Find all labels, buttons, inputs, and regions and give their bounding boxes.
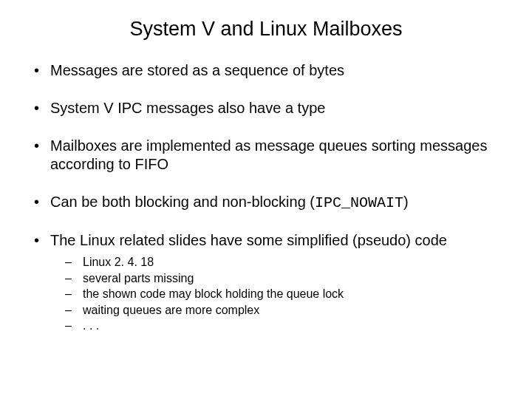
sub-list-item: waiting queues are more complex [65,302,508,318]
sub-list-item: . . . [65,318,508,334]
list-item: System V IPC messages also have a type [34,99,508,117]
list-item-text: ) [403,194,409,210]
list-item: Messages are stored as a sequence of byt… [34,61,508,80]
list-item: Can be both blocking and non-blocking (I… [34,193,508,212]
slide-title: System V and Linux Mailboxes [24,18,508,41]
sub-list: Linux 2. 4. 18 several parts missing the… [50,254,508,334]
bullet-list: Messages are stored as a sequence of byt… [24,61,508,334]
code-constant: IPC_NOWAIT [315,194,403,211]
list-item: The Linux related slides have some simpl… [34,231,508,334]
list-item: Mailboxes are implemented as message que… [34,137,508,174]
list-item-text: Can be both blocking and non-blocking ( [50,194,315,210]
sub-list-item: several parts missing [65,270,508,287]
sub-list-item: Linux 2. 4. 18 [65,254,508,270]
sub-list-item: the shown code may block holding the que… [65,286,508,302]
list-item-text: The Linux related slides have some simpl… [50,232,447,248]
